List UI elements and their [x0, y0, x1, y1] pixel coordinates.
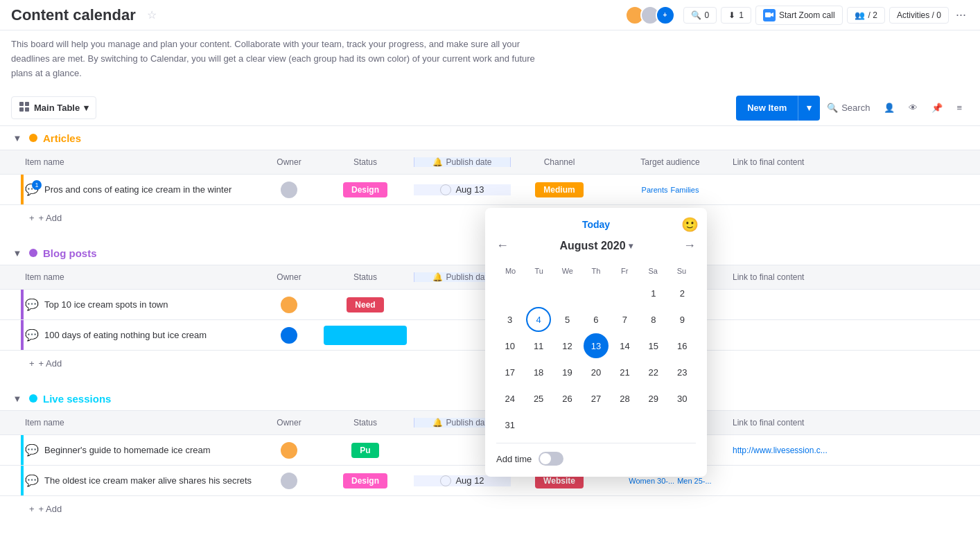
target-tag-women2[interactable]: Women 30-...	[629, 477, 674, 485]
target-tag-2[interactable]: Families	[670, 186, 699, 194]
calendar-day-18[interactable]: 18	[526, 360, 551, 385]
add-time-row: Add time	[496, 443, 696, 466]
bell-icon: 🔍	[691, 10, 701, 20]
col-owner-header: Owner	[261, 157, 317, 167]
row-status[interactable]: Design	[317, 473, 414, 488]
calendar-day-10[interactable]: 10	[498, 333, 523, 358]
new-item-btn[interactable]: New Item ▾	[736, 96, 820, 121]
calendar-day-1[interactable]: 1	[641, 281, 666, 306]
calendar-prev-btn[interactable]: ←	[496, 238, 509, 253]
row-status[interactable]: Design	[317, 182, 414, 197]
search-label: Search	[841, 103, 870, 113]
group-live-title[interactable]: Live sessions	[43, 393, 111, 405]
row-channel[interactable]: Medium	[511, 182, 608, 197]
calendar-day-23[interactable]: 23	[670, 360, 694, 385]
calendar-day-2[interactable]: 2	[670, 281, 694, 306]
more-menu-btn[interactable]: ···	[953, 5, 969, 25]
calendar-day-13[interactable]: 13	[584, 333, 609, 358]
calendar-day-15[interactable]: 15	[641, 333, 666, 358]
calendar-day-4[interactable]: 4	[526, 307, 551, 332]
calendar-day-17[interactable]: 17	[498, 360, 523, 385]
row-owner	[261, 295, 317, 315]
calendar-day-3[interactable]: 3	[498, 307, 523, 332]
col-link-header-b: Link to final content	[733, 272, 969, 282]
calendar-day-9[interactable]: 9	[670, 307, 694, 332]
comment-icon-blue[interactable]: 💬1	[25, 183, 39, 196]
calendar-day-empty	[526, 281, 551, 306]
add-row-live[interactable]: + + Add	[0, 496, 980, 521]
eye-btn[interactable]: 👁	[902, 98, 925, 117]
calendar-day-25[interactable]: 25	[526, 386, 551, 411]
group-blog-color-dot	[29, 249, 37, 257]
calendar-day-30[interactable]: 30	[670, 386, 694, 411]
avatar	[279, 441, 299, 460]
calendar-day-28[interactable]: 28	[612, 386, 637, 411]
group-collapse-icon[interactable]: ▼	[11, 132, 24, 144]
calendar-day-8[interactable]: 8	[641, 307, 666, 332]
calendar-next-btn[interactable]: →	[683, 238, 696, 253]
calendar-day-31[interactable]: 31	[498, 412, 523, 437]
avatar-count[interactable]: +	[656, 6, 675, 25]
row-publish[interactable]: Aug 13	[414, 184, 511, 195]
calendar-day-5[interactable]: 5	[555, 307, 580, 332]
invite-count: 1	[739, 10, 744, 20]
notification-btn[interactable]: 🔍 0	[683, 7, 717, 24]
date-circle	[440, 475, 451, 486]
calendar-day-7[interactable]: 7	[612, 307, 637, 332]
activities-btn[interactable]: Activities / 0	[889, 7, 949, 24]
person-icon: 👤	[884, 103, 895, 113]
calendar-today-btn[interactable]: Today	[496, 219, 696, 230]
row-status[interactable]: Need	[317, 297, 414, 312]
add-time-toggle[interactable]	[539, 452, 563, 466]
calendar-popup: 🙂 Today ← August 2020 ▾ → MoTuWeThFrSaSu…	[485, 208, 707, 477]
group-articles-color-dot	[29, 134, 37, 142]
calendar-day-16[interactable]: 16	[670, 333, 694, 358]
calendar-day-24[interactable]: 24	[498, 386, 523, 411]
calendar-day-29[interactable]: 29	[641, 386, 666, 411]
target-tag-men2[interactable]: Men 25-...	[677, 477, 712, 485]
zoom-btn[interactable]: Start Zoom call	[755, 6, 843, 25]
filter-btn[interactable]: ≡	[950, 98, 969, 117]
date-text[interactable]: Aug 13	[455, 184, 484, 195]
invite-btn[interactable]: ⬇ 1	[721, 7, 751, 24]
group-articles-title[interactable]: Articles	[43, 132, 81, 144]
chevron-down-icon: ▾	[84, 103, 89, 113]
comment-icon[interactable]: 💬	[25, 443, 39, 457]
top-header: Content calendar ☆ + 🔍 0 ⬇ 1 Start Zoom …	[0, 0, 980, 30]
calendar-month-chevron[interactable]: ▾	[629, 241, 633, 251]
col-channel-header: Channel	[511, 157, 608, 167]
calendar-day-27[interactable]: 27	[584, 386, 609, 411]
smiley-icon[interactable]: 🙂	[681, 216, 699, 233]
target-tag-1[interactable]: Parents	[642, 186, 668, 194]
search-btn[interactable]: 🔍 Search	[820, 98, 877, 117]
row-link[interactable]: http://www.livesession.c...	[733, 446, 969, 455]
view-selector[interactable]: Main Table ▾	[11, 96, 96, 119]
row-status[interactable]	[317, 326, 414, 345]
calendar-day-14[interactable]: 14	[612, 333, 637, 358]
calendar-day-6[interactable]: 6	[584, 307, 609, 332]
row-status[interactable]: Pu	[317, 443, 414, 458]
calendar-day-12[interactable]: 12	[555, 333, 580, 358]
row-publish[interactable]: Aug 12	[414, 475, 511, 486]
bell-publish-icon-b: 🔔	[432, 272, 443, 282]
calendar-day-22[interactable]: 22	[641, 360, 666, 385]
col-headers-articles: Item name Owner Status 🔔 Publish date Ch…	[0, 150, 980, 175]
calendar-day-21[interactable]: 21	[612, 360, 637, 385]
person-filter-btn[interactable]: 👤	[877, 98, 902, 117]
calendar-day-11[interactable]: 11	[526, 333, 551, 358]
comment-icon[interactable]: 💬	[25, 328, 39, 342]
notification-count: 0	[705, 10, 710, 20]
group-collapse-icon-live[interactable]: ▼	[11, 392, 24, 405]
comment-icon[interactable]: 💬	[25, 298, 39, 311]
star-icon[interactable]: ☆	[147, 8, 157, 21]
comment-icon[interactable]: 💬	[25, 474, 39, 487]
board-title: Content calendar	[11, 6, 136, 24]
group-collapse-icon-blog[interactable]: ▼	[11, 247, 24, 259]
calendar-day-26[interactable]: 26	[555, 386, 580, 411]
pin-btn[interactable]: 📌	[925, 98, 950, 117]
people-btn[interactable]: 👥 / 2	[847, 7, 885, 24]
group-blog-title[interactable]: Blog posts	[43, 247, 97, 259]
calendar-day-19[interactable]: 19	[555, 360, 580, 385]
add-label: + Add	[39, 213, 62, 223]
calendar-day-20[interactable]: 20	[584, 360, 609, 385]
